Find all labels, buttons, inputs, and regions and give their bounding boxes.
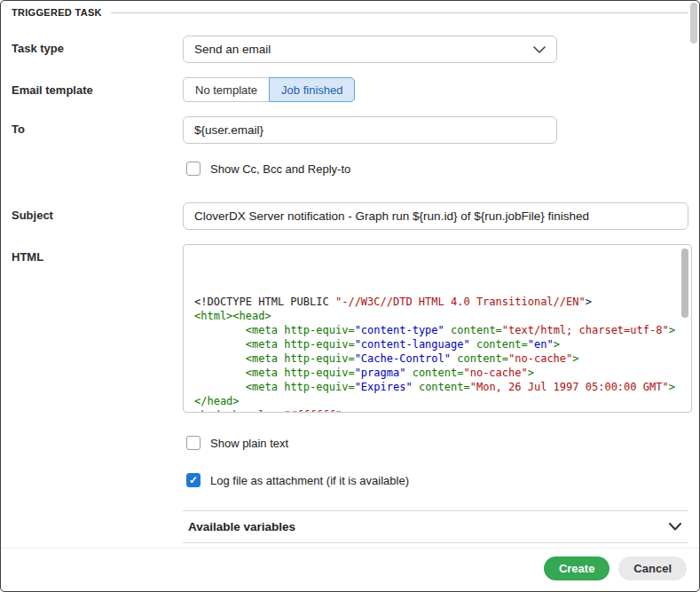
task-type-value: Send an email [194, 43, 271, 56]
no-template-button[interactable]: No template [183, 77, 270, 102]
show-cc-label: Show Cc, Bcc and Reply-to [210, 162, 350, 176]
form-content: TRIGGERED TASK Task type Send an email E… [1, 1, 699, 548]
log-attachment-row: Log file as attachment (if it is availab… [12, 470, 688, 543]
show-cc-row: Show Cc, Bcc and Reply-to [12, 158, 688, 183]
log-attachment-label: Log file as attachment (if it is availab… [210, 474, 409, 487]
to-row: To [12, 116, 688, 144]
code-line: <meta http-equiv="content-language" cont… [194, 337, 675, 351]
form-footer: Create Cancel [1, 548, 699, 591]
code-line: </head> [194, 394, 675, 408]
code-line: <meta http-equiv="Cache-Control" content… [194, 351, 675, 366]
log-attachment-toggle[interactable]: Log file as attachment (if it is availab… [186, 473, 688, 487]
code-line: <body bgcolor="#ffffff"> [194, 408, 675, 413]
email-template-segmented-control: No template Job finished [183, 77, 688, 102]
code-line: <html><head> [194, 309, 675, 323]
section-title: TRIGGERED TASK [12, 7, 102, 18]
available-variables-accordion[interactable]: Available variables [183, 510, 688, 543]
subject-row: Subject [12, 202, 688, 230]
to-label: To [12, 116, 183, 136]
available-variables-label: Available variables [188, 520, 295, 533]
code-line: <!DOCTYPE HTML PUBLIC "-//W3C//DTD HTML … [194, 295, 675, 309]
chevron-down-icon [669, 523, 681, 531]
section-header: TRIGGERED TASK [12, 7, 688, 18]
show-cc-toggle[interactable]: Show Cc, Bcc and Reply-to [186, 162, 688, 176]
task-type-row: Task type Send an email [12, 36, 688, 63]
subject-label: Subject [12, 202, 183, 222]
html-code-editor[interactable]: <!DOCTYPE HTML PUBLIC "-//W3C//DTD HTML … [183, 244, 692, 413]
subject-input[interactable] [183, 202, 688, 230]
email-template-label: Email template [12, 77, 183, 97]
html-label: HTML [12, 244, 183, 264]
job-finished-button[interactable]: Job finished [269, 77, 355, 102]
section-divider [111, 12, 688, 13]
code-line: <meta http-equiv="content-type" content=… [194, 323, 675, 337]
show-plain-text-toggle[interactable]: Show plain text [186, 436, 688, 450]
page-scrollbar-thumb[interactable] [690, 3, 697, 43]
code-line: <meta http-equiv="pragma" content="no-ca… [194, 366, 675, 380]
html-row: HTML <!DOCTYPE HTML PUBLIC "-//W3C//DTD … [12, 244, 688, 413]
show-cc-checkbox[interactable] [186, 162, 201, 176]
code-line: <meta http-equiv="Expires" content="Mon,… [194, 380, 675, 394]
task-type-label: Task type [12, 36, 183, 55]
show-plain-text-row: Show plain text [12, 432, 688, 457]
email-template-row: Email template No template Job finished [12, 77, 688, 102]
task-type-select[interactable]: Send an email [183, 36, 557, 63]
to-input[interactable] [183, 116, 557, 144]
triggered-task-panel: { "page": { "section_title": "TRIGGERED … [0, 0, 700, 592]
show-plain-text-label: Show plain text [210, 437, 288, 450]
cancel-button[interactable]: Cancel [618, 556, 687, 580]
editor-scrollbar-thumb[interactable] [681, 249, 688, 318]
log-attachment-checkbox[interactable] [186, 473, 201, 487]
show-plain-text-checkbox[interactable] [186, 436, 201, 450]
chevron-down-icon [533, 46, 546, 53]
create-button[interactable]: Create [544, 556, 610, 580]
